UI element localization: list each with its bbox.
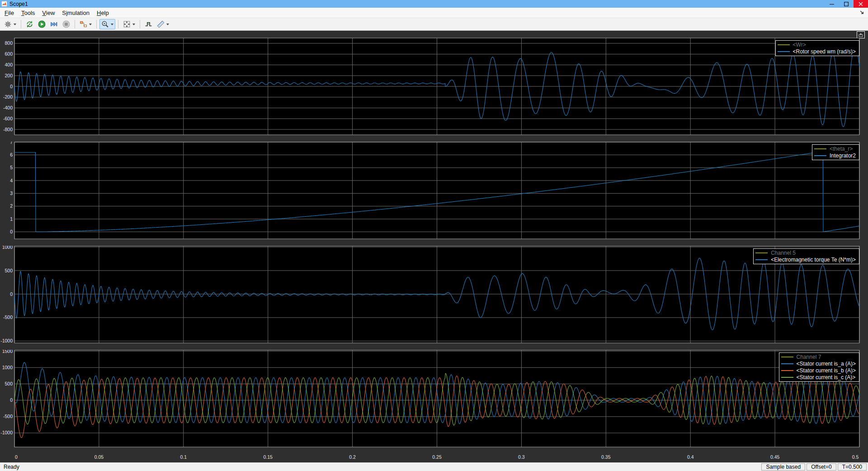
y-tick-label: -1000 xyxy=(0,338,13,343)
toolbar-separator xyxy=(118,20,118,29)
plot-canvas: 8006004002000-200-400-600-800<Wr><Rotor … xyxy=(0,31,868,462)
legend-line-sample xyxy=(781,363,793,364)
x-tick-label: 0.3 xyxy=(518,454,525,460)
legend-rotor-speed: <Wr><Rotor speed wm (rad/s)> xyxy=(775,40,859,56)
legend-item[interactable]: <Wr> xyxy=(778,41,856,48)
y-tick-label: -800 xyxy=(3,127,13,132)
y-tick-label: 1000 xyxy=(2,246,13,250)
y-tick-label: 1000 xyxy=(2,365,13,370)
simulate-step-back-button[interactable] xyxy=(24,19,35,29)
zoom-button[interactable] xyxy=(99,19,115,29)
legend-label: <Stator current is_a (A)> xyxy=(797,361,856,367)
toolbar-separator xyxy=(96,20,97,29)
configuration-properties-button[interactable] xyxy=(2,19,18,29)
legend-theta: <theta_r>Integrator2 xyxy=(812,144,859,160)
run-button[interactable] xyxy=(36,19,47,29)
legend-item[interactable]: Channel 7 xyxy=(781,353,856,360)
toolbar-separator xyxy=(21,20,21,29)
y-tick-label: 1500 xyxy=(2,350,13,354)
legend-line-sample xyxy=(781,370,793,371)
signal-selector-button[interactable] xyxy=(78,19,94,29)
y-tick-label: -500 xyxy=(3,414,13,419)
menu-file[interactable]: File xyxy=(1,9,18,17)
signals-icon xyxy=(80,20,87,28)
window-title: Scope1 xyxy=(9,1,28,7)
toolbar-separator xyxy=(75,20,75,29)
status-offset: Offset=0 xyxy=(807,463,836,471)
legend-item[interactable]: <Stator current is_c (A)> xyxy=(781,374,856,381)
matlab-scope-icon xyxy=(1,1,7,7)
y-tick-label: 800 xyxy=(5,40,13,46)
fit-icon xyxy=(123,20,131,28)
plot-torque[interactable]: 10005000-500-1000Channel 5<Electromagnet… xyxy=(0,246,866,344)
legend-label: <Stator current is_b (A)> xyxy=(797,367,856,374)
legend-item[interactable]: Integrator2 xyxy=(814,152,856,159)
toolbar-separator xyxy=(140,20,140,29)
dock-arrow-icon[interactable] xyxy=(859,10,865,15)
y-tick-label: -600 xyxy=(3,116,13,121)
legend-line-sample xyxy=(814,155,826,156)
stop-button xyxy=(61,19,72,29)
maximize-button[interactable] xyxy=(839,0,854,8)
y-tick-label: 5 xyxy=(10,165,13,170)
status-text: Ready xyxy=(4,464,19,470)
menu-view[interactable]: View xyxy=(38,9,58,17)
dropdown-caret-icon[interactable] xyxy=(89,24,92,25)
legend-item[interactable]: <Rotor speed wm (rad/s)> xyxy=(778,48,856,55)
cursor-measurements-button[interactable] xyxy=(155,19,171,29)
dropdown-caret-icon[interactable] xyxy=(111,24,113,25)
legend-label: <Stator current is_c (A)> xyxy=(797,374,856,381)
x-tick-label: 0.35 xyxy=(601,454,611,460)
legend-label: Integrator2 xyxy=(830,152,856,159)
titlebar[interactable]: Scope1 xyxy=(0,0,868,8)
legend-line-sample xyxy=(814,148,826,149)
plot-axes-torque: 10005000-500-1000 xyxy=(0,246,866,344)
legend-torque: Channel 5<Electromagnetic torque Te (N*m… xyxy=(753,248,859,264)
y-tick-label: 0 xyxy=(10,397,13,403)
legend-line-sample xyxy=(781,377,793,378)
gear-arrows-icon xyxy=(26,20,33,28)
close-button[interactable] xyxy=(854,0,868,8)
y-tick-label: 3 xyxy=(10,190,13,196)
legend-item[interactable]: <Electromagnetic torque Te (N*m)> xyxy=(755,256,856,263)
legend-item[interactable]: <theta_r> xyxy=(814,145,856,152)
fit-to-view-button[interactable] xyxy=(121,19,137,29)
menu-help[interactable]: Help xyxy=(93,9,113,17)
x-tick-label: 0.2 xyxy=(349,454,356,460)
x-tick-label: 0.45 xyxy=(770,454,780,460)
step-forward-button[interactable] xyxy=(48,19,60,29)
plot-axes-stator-currents: 150010005000-500-1000 xyxy=(0,350,866,448)
gear-icon xyxy=(4,20,12,28)
y-tick-label: 400 xyxy=(5,62,13,67)
legend-label: <Wr> xyxy=(793,42,806,48)
scope-window: Scope1 FileToolsViewSimulationHelp 80060… xyxy=(0,0,868,471)
legend-line-sample xyxy=(781,357,793,357)
y-tick-label: -400 xyxy=(3,105,13,110)
legend-item[interactable]: <Stator current is_a (A)> xyxy=(781,360,856,367)
ruler-icon xyxy=(157,20,165,28)
dropdown-caret-icon[interactable] xyxy=(166,24,169,25)
legend-item[interactable]: Channel 5 xyxy=(755,249,856,256)
legend-item[interactable]: <Stator current is_b (A)> xyxy=(781,367,856,374)
x-tick-label: 0.25 xyxy=(432,454,442,460)
dropdown-caret-icon[interactable] xyxy=(14,24,16,25)
menu-simulation[interactable]: Simulation xyxy=(58,9,93,17)
y-tick-label: 200 xyxy=(5,73,13,78)
minimize-button[interactable] xyxy=(825,0,839,8)
plot-axes-theta: 76543210 xyxy=(0,142,866,240)
legend-line-sample xyxy=(755,259,768,260)
legend-stator-currents: Channel 7<Stator current is_a (A)><Stato… xyxy=(779,352,859,382)
x-tick-label: 0 xyxy=(15,454,18,460)
plot-stator-currents[interactable]: 150010005000-500-1000Channel 7<Stator cu… xyxy=(0,350,866,448)
window-controls xyxy=(825,0,868,8)
dropdown-caret-icon[interactable] xyxy=(132,24,135,25)
legend-label: <Electromagnetic torque Te (N*m)> xyxy=(771,257,856,263)
legend-label: Channel 5 xyxy=(771,250,796,256)
step-icon xyxy=(50,20,58,28)
plot-rotor-speed[interactable]: 8006004002000-200-400-600-800<Wr><Rotor … xyxy=(0,38,866,136)
trigger-button[interactable] xyxy=(143,19,154,29)
legend-line-sample xyxy=(778,44,790,45)
status-time: T=0.500 xyxy=(838,463,867,471)
plot-theta[interactable]: 76543210<theta_r>Integrator2 xyxy=(0,142,866,240)
menu-tools[interactable]: Tools xyxy=(18,9,38,17)
